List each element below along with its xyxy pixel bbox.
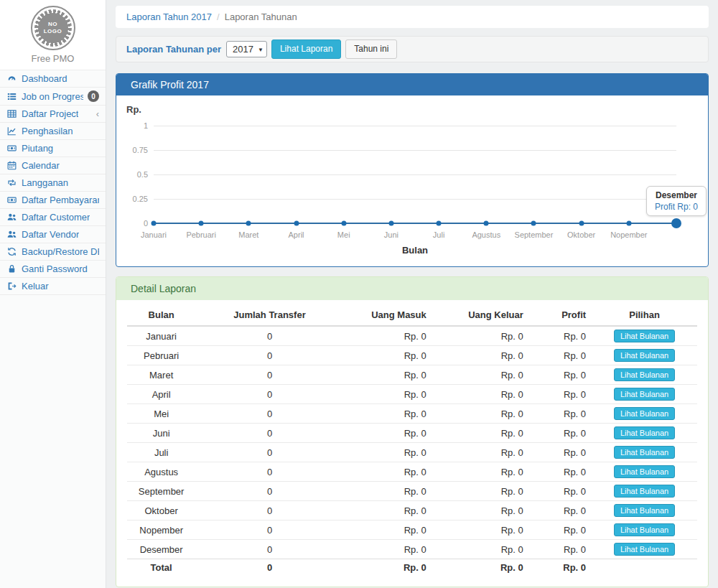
tooltip-value: Profit Rp: 0 [655, 202, 698, 212]
total-bulan: Total [127, 559, 195, 577]
lihat-bulanan-button[interactable]: Lihat Bulanan [614, 330, 675, 342]
profit-chart-panel: Grafik Profit 2017 Rp. 00.250.50.751Janu… [116, 73, 709, 267]
logo-text-line1: NO [44, 21, 62, 28]
sidebar-item-daftar-vendor[interactable]: Daftar Vendor [0, 226, 106, 243]
cell-uang_masuk: Rp. 0 [344, 443, 432, 462]
chart-point-oktober[interactable] [579, 221, 584, 226]
cell-uang_keluar: Rp. 0 [432, 462, 529, 482]
table-row-oktober: Oktober0Rp. 0Rp. 0Rp. 0Lihat Bulanan [127, 501, 697, 521]
chart-point-juni[interactable] [388, 221, 393, 226]
cell-jumlah_transfer: 0 [195, 346, 343, 365]
lihat-bulanan-button[interactable]: Lihat Bulanan [614, 426, 675, 439]
total-uang_masuk: Rp. 0 [344, 559, 432, 577]
column-header-uang-masuk: Uang Masuk [344, 304, 432, 326]
chart-point-mei[interactable] [341, 221, 346, 226]
breadcrumb-current: Laporan Tahunan [225, 11, 297, 22]
cell-uang_keluar: Rp. 0 [432, 346, 529, 365]
chart-point-pebruari[interactable] [199, 221, 204, 226]
gridline [154, 174, 676, 175]
chart-series-line [154, 223, 676, 224]
cell-bulan: Nopember [127, 521, 195, 540]
column-header-bulan: Bulan [127, 304, 195, 326]
sidebar-item-label: Piutang [22, 143, 53, 154]
sidebar-item-backup-restore-db[interactable]: Backup/Restore DB [0, 243, 106, 261]
cell-pilihan: Lihat Bulanan [592, 443, 697, 462]
sidebar-item-ganti-password[interactable]: Ganti Password [0, 261, 106, 278]
chart-tooltip: DesemberProfit Rp: 0 [646, 186, 707, 216]
table-row-desember: Desember0Rp. 0Rp. 0Rp. 0Lihat Bulanan [127, 540, 697, 559]
lihat-bulanan-button[interactable]: Lihat Bulanan [614, 388, 675, 401]
profit-line-chart: Rp. 00.250.50.751JanuariPebruariMaretApr… [122, 101, 702, 261]
year-select[interactable]: 2017 [226, 41, 267, 57]
tasks-icon [6, 92, 17, 101]
x-axis-tick: Agustus [472, 230, 500, 239]
chart-point-juli[interactable] [437, 221, 442, 226]
cell-bulan: Agustus [127, 462, 195, 482]
chart-point-september[interactable] [531, 221, 536, 226]
table-row-juli: Juli0Rp. 0Rp. 0Rp. 0Lihat Bulanan [127, 443, 697, 462]
x-axis-tick: Juni [384, 230, 398, 239]
sidebar-item-piutang[interactable]: Piutang [0, 140, 106, 157]
sidebar-item-daftar-customer[interactable]: Daftar Customer [0, 209, 106, 226]
breadcrumb-link-laporan-tahun[interactable]: Laporan Tahun 2017 [126, 11, 212, 22]
lihat-bulanan-button[interactable]: Lihat Bulanan [614, 465, 675, 478]
sidebar-item-label: Dashboard [22, 73, 67, 84]
lihat-bulanan-button[interactable]: Lihat Bulanan [614, 407, 675, 420]
table-row-juni: Juni0Rp. 0Rp. 0Rp. 0Lihat Bulanan [127, 424, 697, 443]
cell-jumlah_transfer: 0 [195, 385, 343, 404]
x-axis-tick: Maret [238, 230, 258, 239]
cell-pilihan: Lihat Bulanan [592, 385, 697, 404]
table-row-april: April0Rp. 0Rp. 0Rp. 0Lihat Bulanan [127, 385, 697, 404]
cell-uang_keluar: Rp. 0 [432, 424, 529, 443]
logo-box: NO LOGO Free PMO [0, 0, 106, 70]
lihat-bulanan-button[interactable]: Lihat Bulanan [614, 523, 675, 536]
chart-point-januari[interactable] [151, 221, 157, 226]
monthly-report-table: BulanJumlah TransferUang MasukUang Kelua… [127, 304, 697, 576]
chart-point-agustus[interactable] [484, 221, 489, 226]
sidebar-item-langganan[interactable]: Langganan [0, 174, 106, 192]
lihat-bulanan-button[interactable]: Lihat Bulanan [614, 485, 675, 498]
chart-point-april[interactable] [294, 221, 299, 226]
line-chart-icon [6, 126, 17, 136]
lihat-bulanan-button[interactable]: Lihat Bulanan [614, 368, 675, 381]
x-axis-tick: Juli [433, 230, 445, 239]
sidebar-item-label: Daftar Customer [22, 212, 90, 223]
cell-uang_keluar: Rp. 0 [432, 385, 529, 404]
sidebar-item-daftar-project[interactable]: Daftar Project‹ [0, 106, 106, 123]
sidebar-item-job-on-progress[interactable]: Job on Progress0 [0, 88, 106, 106]
chart-point-maret[interactable] [246, 221, 251, 226]
sidebar-nav: DashboardJob on Progress0Daftar Project‹… [0, 70, 106, 295]
cell-bulan: Juni [127, 424, 195, 443]
x-axis-tick: September [515, 230, 554, 239]
gridline [154, 126, 676, 126]
sidebar-item-penghasilan[interactable]: Penghasilan [0, 123, 106, 140]
dashboard-icon [6, 74, 17, 83]
logo-text: NO LOGO [44, 21, 62, 35]
sidebar-item-dashboard[interactable]: Dashboard [0, 70, 106, 88]
lihat-bulanan-button[interactable]: Lihat Bulanan [614, 349, 675, 362]
breadcrumb-separator: / [217, 11, 220, 22]
lihat-bulanan-button[interactable]: Lihat Bulanan [614, 543, 675, 556]
chevron-left-icon: ‹ [96, 109, 99, 118]
chart-panel-title: Grafik Profit 2017 [116, 74, 708, 95]
chart-point-nopember[interactable] [626, 221, 631, 226]
chart-y-axis-label: Rp. [126, 104, 141, 115]
cell-pilihan: Lihat Bulanan [592, 482, 697, 501]
cell-bulan: Mei [127, 404, 195, 424]
lihat-bulanan-button[interactable]: Lihat Bulanan [614, 504, 675, 517]
sidebar-item-daftar-pembayaran[interactable]: Daftar Pembayaran [0, 192, 106, 209]
x-axis-tick: Oktober [567, 230, 595, 239]
cell-pilihan: Lihat Bulanan [592, 365, 697, 385]
table-row-januari: Januari0Rp. 0Rp. 0Rp. 0Lihat Bulanan [127, 326, 697, 346]
table-row-maret: Maret0Rp. 0Rp. 0Rp. 0Lihat Bulanan [127, 365, 697, 385]
chart-point-active-desember[interactable] [671, 218, 681, 228]
sidebar-item-calendar[interactable]: Calendar [0, 157, 106, 174]
sidebar-item-keluar[interactable]: Keluar [0, 278, 106, 295]
lihat-bulanan-button[interactable]: Lihat Bulanan [614, 446, 675, 459]
cell-jumlah_transfer: 0 [195, 540, 343, 559]
detail-panel-title: Detail Laporan [116, 277, 708, 300]
tahun-ini-button[interactable]: Tahun ini [345, 39, 397, 59]
y-axis-tick: 0 [122, 219, 148, 228]
cell-uang_masuk: Rp. 0 [344, 540, 432, 559]
lihat-laporan-button[interactable]: Lihat Laporan [271, 39, 341, 59]
